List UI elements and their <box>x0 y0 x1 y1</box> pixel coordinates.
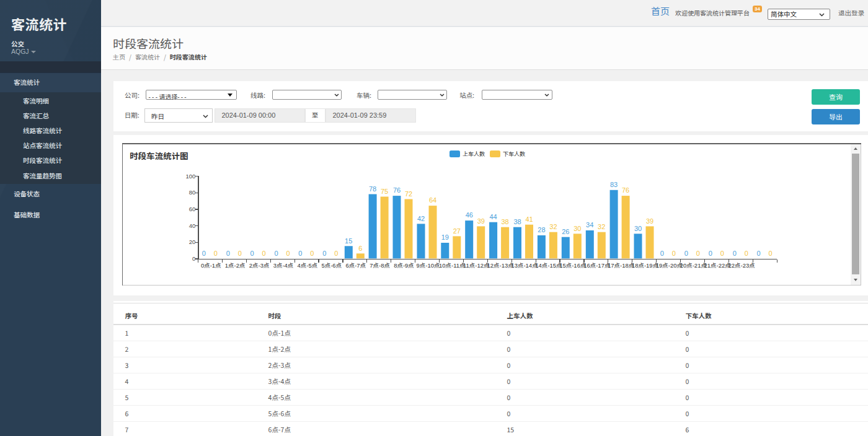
svg-text:32: 32 <box>598 223 605 230</box>
svg-text:30: 30 <box>634 225 642 232</box>
svg-text:17点-18点: 17点-18点 <box>608 262 634 269</box>
svg-text:0: 0 <box>286 250 290 257</box>
svg-text:20点-21点: 20点-21点 <box>680 262 707 269</box>
svg-text:76: 76 <box>393 186 401 194</box>
svg-text:0: 0 <box>720 250 724 257</box>
svg-text:75: 75 <box>381 188 388 195</box>
svg-text:0: 0 <box>709 250 712 257</box>
svg-text:22点-23点: 22点-23点 <box>728 262 755 269</box>
svg-text:30: 30 <box>574 225 581 232</box>
svg-text:40: 40 <box>189 222 196 229</box>
svg-text:80: 80 <box>189 189 196 196</box>
svg-text:0: 0 <box>768 250 772 257</box>
svg-text:0: 0 <box>684 250 688 257</box>
svg-text:44: 44 <box>489 213 497 220</box>
svg-text:18点-19点: 18点-19点 <box>632 262 658 269</box>
svg-text:0: 0 <box>756 250 760 257</box>
svg-text:0: 0 <box>250 250 254 257</box>
svg-text:6点-7点: 6点-7点 <box>345 262 366 269</box>
svg-text:38: 38 <box>501 218 508 225</box>
svg-text:0: 0 <box>310 250 314 257</box>
svg-text:28: 28 <box>538 226 545 233</box>
svg-text:32: 32 <box>549 223 557 230</box>
svg-text:26: 26 <box>562 228 569 235</box>
svg-text:13点-14点: 13点-14点 <box>511 262 538 269</box>
svg-text:7点-8点: 7点-8点 <box>370 262 390 269</box>
svg-text:27: 27 <box>453 227 461 235</box>
svg-text:0: 0 <box>660 250 664 257</box>
svg-text:83: 83 <box>610 181 618 188</box>
svg-text:0: 0 <box>733 250 737 257</box>
svg-text:2点-3点: 2点-3点 <box>249 262 270 269</box>
svg-text:1点-2点: 1点-2点 <box>225 262 246 269</box>
svg-text:39: 39 <box>477 217 485 225</box>
svg-text:100: 100 <box>185 173 195 180</box>
svg-text:41: 41 <box>525 216 533 223</box>
svg-text:4点-5点: 4点-5点 <box>298 262 318 269</box>
svg-text:0: 0 <box>274 250 278 257</box>
svg-text:8点-9点: 8点-9点 <box>394 262 414 269</box>
svg-text:38: 38 <box>513 218 521 225</box>
svg-text:78: 78 <box>369 185 376 193</box>
svg-text:15: 15 <box>345 237 352 245</box>
svg-text:12点-13点: 12点-13点 <box>487 262 513 269</box>
svg-text:11点-12点: 11点-12点 <box>463 262 490 269</box>
svg-text:15点-16点: 15点-16点 <box>559 262 586 269</box>
svg-text:0: 0 <box>696 250 700 257</box>
svg-text:0: 0 <box>214 250 218 257</box>
svg-text:19点-20点: 19点-20点 <box>656 262 683 269</box>
svg-text:0: 0 <box>262 250 266 257</box>
svg-text:64: 64 <box>429 196 436 204</box>
svg-text:60: 60 <box>189 206 196 212</box>
svg-text:34: 34 <box>586 221 593 229</box>
svg-text:0: 0 <box>322 250 326 257</box>
svg-text:46: 46 <box>466 211 473 219</box>
svg-text:0: 0 <box>238 250 242 257</box>
svg-text:0: 0 <box>672 250 676 257</box>
svg-text:5点-6点: 5点-6点 <box>321 262 342 269</box>
svg-text:0点-1点: 0点-1点 <box>201 262 221 269</box>
svg-text:42: 42 <box>417 215 425 222</box>
svg-text:3点-4点: 3点-4点 <box>273 262 294 269</box>
svg-text:0: 0 <box>745 250 748 257</box>
svg-text:21点-22点: 21点-22点 <box>704 262 731 269</box>
svg-text:9点-10点: 9点-10点 <box>416 262 440 269</box>
svg-text:0: 0 <box>192 255 195 262</box>
svg-text:14点-15点: 14点-15点 <box>535 262 562 269</box>
svg-text:10点-11点: 10点-11点 <box>439 262 466 269</box>
svg-text:76: 76 <box>622 186 629 194</box>
svg-text:19: 19 <box>441 233 449 241</box>
svg-text:16点-17点: 16点-17点 <box>583 262 610 269</box>
svg-text:72: 72 <box>405 190 412 198</box>
svg-text:0: 0 <box>226 250 230 257</box>
svg-text:0: 0 <box>202 250 206 257</box>
svg-text:6: 6 <box>358 245 362 252</box>
svg-text:39: 39 <box>646 217 653 225</box>
svg-text:20: 20 <box>189 238 196 245</box>
svg-text:0: 0 <box>334 250 338 257</box>
svg-text:0: 0 <box>298 250 302 257</box>
